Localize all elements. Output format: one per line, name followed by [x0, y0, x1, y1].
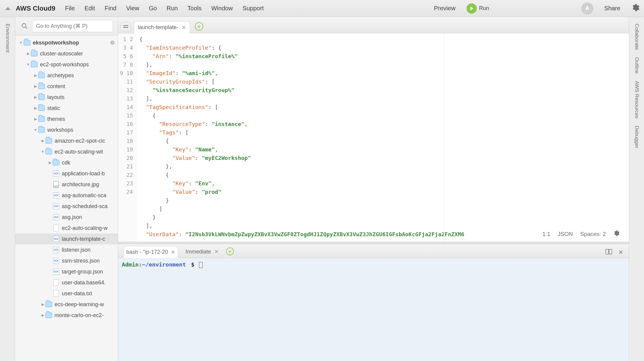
menu-edit[interactable]: Edit: [80, 3, 99, 14]
gear-icon[interactable]: [613, 230, 620, 238]
tree-file[interactable]: ec2-auto-scaling-w: [15, 223, 118, 233]
tree-file[interactable]: <>application-load-b: [15, 168, 118, 179]
close-icon[interactable]: ✕: [618, 249, 623, 256]
svg-point-2: [22, 24, 26, 28]
share-menu[interactable]: Share: [600, 3, 625, 14]
tree-folder[interactable]: ▼workshops: [15, 124, 118, 135]
tree-file[interactable]: <>listener.json: [15, 244, 118, 255]
terminal-tab[interactable]: bash - "ip-172-20✕: [124, 246, 178, 258]
menu-find[interactable]: Find: [100, 3, 121, 14]
tree-label: ssm-stress.json: [62, 258, 100, 264]
gear-icon[interactable]: [631, 3, 640, 13]
tree-file[interactable]: <>target-group.json: [15, 266, 118, 277]
split-icon[interactable]: [606, 249, 612, 256]
tree-file[interactable]: user-data.txt: [15, 288, 118, 299]
tree-file[interactable]: <>asg.json: [15, 212, 118, 223]
terminal[interactable]: Admin:~/environment $: [118, 258, 629, 361]
play-icon: [466, 3, 477, 14]
tree-file[interactable]: user-data.base64.: [15, 277, 118, 288]
terminal-tab-label: Immediate: [185, 249, 211, 255]
add-tab-icon[interactable]: ＋: [195, 22, 203, 31]
tabs-handle-icon[interactable]: [121, 22, 131, 31]
tree-folder[interactable]: ▼ec2-auto-scaling-wit: [15, 146, 118, 157]
chevron-right-icon[interactable]: ▶: [48, 161, 52, 165]
menu-run[interactable]: Run: [162, 3, 182, 14]
menu-window[interactable]: Window: [207, 3, 237, 14]
chevron-right-icon[interactable]: ▶: [33, 106, 38, 110]
run-label: Run: [479, 5, 489, 12]
tree-file[interactable]: <>launch-template-c: [15, 233, 118, 244]
tree-folder[interactable]: ▶monte-carlo-on-ec2-: [15, 310, 118, 321]
tree-folder[interactable]: ▶cdk: [15, 157, 118, 168]
gear-icon[interactable]: ⚙: [110, 39, 115, 46]
tree-folder[interactable]: ▶ecs-deep-learning-w: [15, 299, 118, 310]
tree-label: eksspotworkshop: [33, 40, 79, 46]
run-button[interactable]: Run: [466, 3, 489, 14]
tree-file[interactable]: architecture.jpg: [15, 179, 118, 190]
editor-tab[interactable]: launch-template- ✕: [134, 21, 190, 33]
tree-file[interactable]: <>asg-scheduled-sca: [15, 201, 118, 212]
svg-rect-7: [606, 249, 609, 254]
svg-rect-4: [123, 25, 126, 26]
tree-folder[interactable]: ▶themes: [15, 114, 118, 124]
rail-outline[interactable]: Outline: [634, 54, 640, 77]
sidebar: ▼eksspotworkshop⚙▶cluster-autoscaler▼ec2…: [15, 17, 118, 361]
status-lang[interactable]: JSON: [558, 231, 573, 237]
tree-label: static: [47, 105, 60, 111]
status-pos[interactable]: 1:1: [542, 231, 550, 237]
editor-tab-label: launch-template-: [138, 24, 178, 31]
tree-file[interactable]: <>asg-automatic-sca: [15, 190, 118, 201]
close-icon[interactable]: ✕: [214, 248, 219, 255]
search-icon[interactable]: [20, 23, 29, 29]
menubar: AWS Cloud9 FileEditFindViewGoRunToolsWin…: [0, 0, 644, 17]
chevron-down-icon[interactable]: ▼: [33, 128, 38, 132]
menu-view[interactable]: View: [122, 3, 143, 14]
chevron-down-icon[interactable]: ▼: [26, 62, 30, 67]
close-icon[interactable]: ✕: [171, 249, 175, 256]
menu-go[interactable]: Go: [144, 3, 161, 14]
chevron-right-icon[interactable]: ▶: [33, 84, 38, 88]
menubar-toggle-icon[interactable]: [4, 5, 12, 12]
menu-file[interactable]: File: [61, 3, 79, 14]
chevron-right-icon[interactable]: ▶: [41, 139, 45, 143]
add-terminal-icon[interactable]: ＋: [226, 247, 234, 255]
tree-folder[interactable]: ▼eksspotworkshop⚙: [15, 37, 118, 48]
chevron-right-icon[interactable]: ▶: [33, 73, 38, 78]
chevron-right-icon[interactable]: ▶: [26, 51, 30, 56]
chevron-right-icon[interactable]: ▶: [41, 313, 45, 317]
chevron-down-icon[interactable]: ▼: [19, 41, 23, 45]
rail-environment[interactable]: Environment: [5, 20, 11, 56]
tree-folder[interactable]: ▶cluster-autoscaler: [15, 48, 118, 59]
chevron-right-icon[interactable]: ▶: [33, 117, 38, 121]
splitter[interactable]: [118, 242, 629, 244]
tree-label: asg.json: [62, 214, 82, 220]
tree-folder[interactable]: ▶layouts: [15, 92, 118, 103]
chevron-right-icon[interactable]: ▶: [33, 95, 38, 99]
ruler: [444, 33, 444, 242]
tree-folder[interactable]: ▼ec2-spot-workshops: [15, 59, 118, 70]
menu-support[interactable]: Support: [238, 3, 268, 14]
terminal-tab[interactable]: Immediate✕: [183, 246, 221, 258]
chevron-down-icon[interactable]: ▼: [41, 150, 45, 154]
tree-folder[interactable]: ▶content: [15, 81, 118, 92]
code-area[interactable]: { "IamInstanceProfile": { "Arn": "%insta…: [136, 33, 629, 242]
tree-label: listener.json: [62, 247, 91, 253]
chevron-right-icon[interactable]: ▶: [41, 302, 45, 306]
rail-debugger[interactable]: Debugger: [634, 122, 640, 152]
tree-label: amazon-ec2-spot-cic: [55, 138, 105, 144]
tree-folder[interactable]: ▶static: [15, 103, 118, 114]
rail-aws-resources[interactable]: AWS Resources: [634, 77, 640, 122]
rail-collaborate[interactable]: Collaborate: [634, 20, 640, 54]
tree-folder[interactable]: ▶amazon-ec2-spot-cic: [15, 135, 118, 146]
tree-label: ec2-spot-workshops: [40, 61, 89, 68]
tree-file[interactable]: <>ssm-stress.json: [15, 255, 118, 266]
tree-folder[interactable]: ▶archetypes: [15, 70, 118, 81]
close-icon[interactable]: ✕: [181, 24, 186, 31]
editor[interactable]: 1 2 3 4 5 6 7 8 9 10 11 12 13 14 15 16 1…: [118, 33, 629, 242]
search-input[interactable]: [32, 20, 113, 32]
tree-label: cdk: [62, 160, 70, 166]
status-spaces[interactable]: Spaces: 2: [580, 231, 606, 237]
preview-menu[interactable]: Preview: [430, 3, 460, 14]
avatar[interactable]: A: [581, 2, 593, 15]
menu-tools[interactable]: Tools: [183, 3, 206, 14]
